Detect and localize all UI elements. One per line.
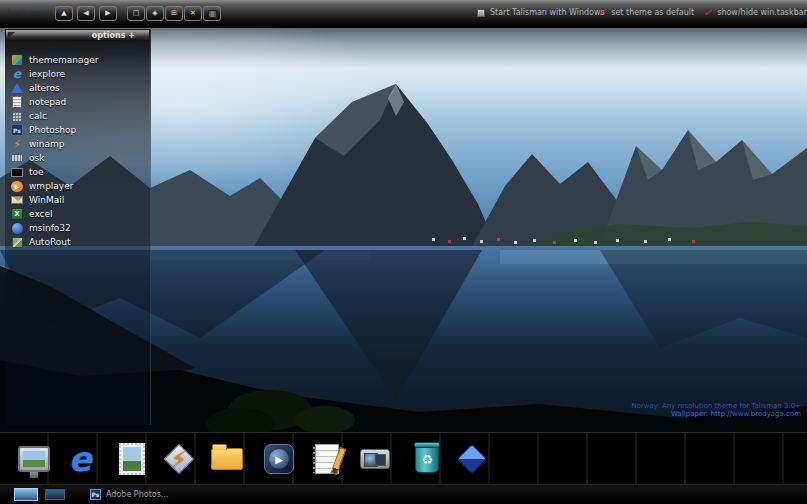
target-icon: ◈ [152, 9, 157, 17]
bin-shape: ♻ [415, 445, 439, 473]
internet-explorer-icon: e [11, 68, 23, 80]
target-button[interactable]: ◈ [146, 6, 164, 21]
keyboard-icon [11, 152, 23, 164]
top-bar: wallpaper ▲ ◀ ▶ □ ◈ ⊞ ✕ Start Talisman w… [0, 0, 807, 28]
close-button[interactable]: ✕ [184, 6, 202, 21]
sidebar-item-label: winamp [29, 139, 65, 149]
sidebar-item-iexplore[interactable]: e iexplore [11, 67, 148, 81]
pyramid-shape [456, 443, 487, 474]
sidebar-item-winmail[interactable]: WinMail [11, 193, 148, 207]
rgb-colors-icon [208, 10, 217, 18]
system-info-icon [11, 222, 23, 234]
option-set-theme-default[interactable]: ✓ set theme as default [597, 8, 694, 17]
stamp-icon [119, 443, 145, 475]
photoshop-icon: Ps [90, 489, 101, 500]
mail-icon [11, 194, 23, 206]
sidebar-item-label: thememanager [29, 55, 99, 65]
sidebar-options-label[interactable]: options + [92, 31, 135, 40]
credit-line-1: Norway: Any resolution theme for Talisma… [631, 402, 801, 410]
play-icon: ▶ [275, 454, 283, 465]
option-show-hide-taskbar[interactable]: ✓ show/hide win.taskbar [703, 8, 807, 17]
option-label: show/hide win.taskbar [717, 8, 807, 17]
photoshop-icon: Ps [11, 124, 23, 136]
sidebar-item-toe[interactable]: toe [11, 165, 148, 179]
credit-line-2: Wallpaper: http://www.brodyaga.com [631, 410, 801, 418]
display-colors-button[interactable] [203, 6, 221, 21]
taskbar-item-adobe-photoshop[interactable]: Ps Adobe Photos... [90, 489, 168, 500]
player-orb-icon: ▶ [264, 444, 294, 474]
sidebar-item-label: excel [29, 209, 53, 219]
left-arrow-icon: ◀ [83, 9, 88, 17]
pyramid-icon [11, 82, 23, 94]
sidebar-header[interactable]: options + [5, 29, 150, 41]
sidebar-item-photoshop[interactable]: Ps Photoshop [11, 123, 148, 137]
notepad-icon[interactable] [307, 438, 347, 480]
media-player-icon[interactable]: ▶ [259, 438, 299, 480]
fold-corner-icon [8, 32, 15, 39]
sidebar-item-label: notepad [29, 97, 66, 107]
red-check-icon[interactable]: ✓ [703, 9, 712, 17]
winamp-icon[interactable]: ⚡ [159, 438, 199, 480]
sidebar-item-alteros[interactable]: alteros [11, 81, 148, 95]
window-thumbnail[interactable] [45, 489, 65, 500]
sidebar-item-label: Photoshop [29, 125, 76, 135]
option-label: set theme as default [611, 8, 694, 17]
sidebar-launcher-panel: options + thememanager e iexplore altero… [5, 29, 151, 425]
lightning-icon: ⚡ [171, 447, 186, 472]
minimize-button[interactable]: □ [127, 6, 145, 21]
display-settings-icon[interactable] [14, 438, 54, 480]
sidebar-item-label: iexplore [29, 69, 65, 79]
sidebar-item-label: toe [29, 167, 44, 177]
close-icon: ✕ [190, 9, 196, 17]
window-taskbar: Ps Adobe Photos... [0, 484, 807, 504]
up-button[interactable]: ▲ [55, 6, 73, 21]
video-camera-icon[interactable] [355, 438, 395, 480]
top-bar-title: wallpaper [10, 4, 49, 12]
sidebar-item-msinfo32[interactable]: msinfo32 [11, 221, 148, 235]
theme-manager-icon [11, 54, 23, 66]
notepad-shape [315, 444, 339, 474]
sidebar-item-label: alteros [29, 83, 60, 93]
console-icon [11, 166, 23, 178]
taskbar-item-label: Adobe Photos... [106, 490, 168, 499]
checkbox-unchecked-icon[interactable] [477, 9, 485, 17]
sidebar-item-calc[interactable]: calc [11, 109, 148, 123]
sidebar-item-label: wmplayer [29, 181, 73, 191]
sidebar-item-label: WinMail [29, 195, 64, 205]
monitor-icon [18, 446, 50, 472]
folder-icon[interactable] [207, 438, 247, 480]
grid-button[interactable]: ⊞ [165, 6, 183, 21]
sidebar-item-label: AutoRout [29, 237, 70, 247]
prev-button[interactable]: ◀ [77, 6, 95, 21]
sidebar-item-osk[interactable]: osk [11, 151, 148, 165]
sidebar-item-excel[interactable]: X excel [11, 207, 148, 221]
ie-e-glyph: e [68, 444, 91, 474]
sidebar-item-wmplayer[interactable]: ▶ wmplayer [11, 179, 148, 193]
calculator-icon [11, 110, 23, 122]
option-start-with-windows[interactable]: Start Talisman with Windows [477, 8, 605, 17]
media-player-icon: ▶ [11, 181, 23, 192]
winamp-icon: ⚡ [11, 138, 23, 150]
right-arrow-icon: ▶ [105, 9, 110, 17]
map-icon [11, 236, 23, 248]
dock-bar: e ⚡ ▶ ♻ 0 ▪ 7 8 9 0 C 4 5 6 / * . 1 [0, 432, 807, 484]
internet-explorer-icon[interactable]: e [60, 438, 100, 480]
next-button[interactable]: ▶ [99, 6, 117, 21]
sidebar-item-notepad[interactable]: notepad [11, 95, 148, 109]
folder-shape [211, 448, 243, 470]
sidebar-item-autorout[interactable]: AutoRout [11, 235, 148, 249]
sidebar-app-list: thememanager e iexplore alteros notepad … [11, 53, 148, 249]
sidebar-item-label: calc [29, 111, 47, 121]
theme-credits: Norway: Any resolution theme for Talisma… [631, 402, 801, 418]
recycle-bin-icon[interactable]: ♻ [407, 438, 447, 480]
sidebar-item-thememanager[interactable]: thememanager [11, 53, 148, 67]
sidebar-item-winamp[interactable]: ⚡ winamp [11, 137, 148, 151]
option-label: Start Talisman with Windows [490, 8, 605, 17]
window-thumbnail-active[interactable] [14, 488, 38, 501]
mail-stamp-icon[interactable] [112, 438, 152, 480]
red-check-icon[interactable]: ✓ [597, 9, 606, 17]
recycle-icon: ♻ [421, 452, 433, 467]
sidebar-item-label: osk [29, 153, 44, 163]
excel-icon: X [11, 208, 23, 220]
pyramid-icon[interactable] [452, 438, 492, 480]
